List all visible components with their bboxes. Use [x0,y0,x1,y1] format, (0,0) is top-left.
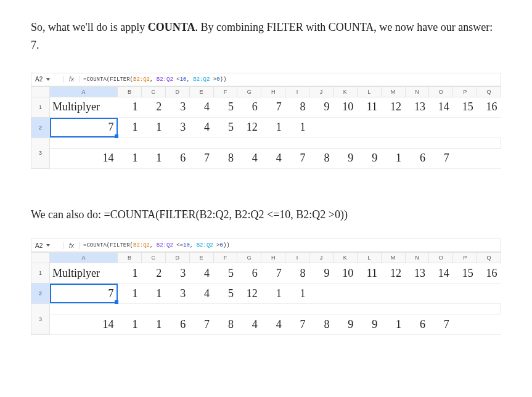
col-header-O[interactable]: O [429,253,453,263]
cell[interactable]: 7 [261,263,285,284]
cell[interactable]: 1 [118,148,142,168]
cell[interactable]: 11 [357,97,381,117]
cell[interactable]: 15 [453,97,477,117]
cell[interactable]: 6 [165,148,189,168]
cell[interactable]: 9 [357,148,381,168]
cell[interactable] [381,117,405,137]
cell[interactable]: 9 [333,314,357,335]
row-header-1[interactable]: 1 [31,263,50,284]
col-header-E[interactable]: E [189,253,213,263]
cell[interactable] [429,117,453,137]
cell[interactable]: 7 [429,148,453,168]
cell[interactable]: 5 [213,97,237,117]
name-box[interactable]: A2 [31,242,63,249]
cell[interactable]: 8 [285,97,309,117]
cell[interactable]: 1 [118,314,142,335]
col-header-J[interactable]: J [309,86,334,97]
cell[interactable]: 5 [213,263,237,284]
row-header-3[interactable]: 3 [31,304,50,335]
cell[interactable]: 9 [333,148,357,168]
cell[interactable] [429,284,453,304]
cell[interactable]: 7 [285,148,309,168]
cell[interactable]: 16 [477,263,501,284]
cell[interactable] [477,314,501,335]
col-header-K[interactable]: K [333,253,357,263]
cell[interactable]: 3 [165,263,189,284]
cell[interactable] [477,117,501,137]
cell[interactable]: 1 [118,263,142,284]
cell[interactable]: 16 [477,97,501,117]
cell[interactable] [453,117,477,137]
cell[interactable]: 10 [333,97,357,117]
row-header-2[interactable]: 2 [31,284,50,304]
cell[interactable]: 7 [261,97,285,117]
cell[interactable]: 8 [285,263,309,284]
col-header-P[interactable]: P [453,86,477,97]
cell[interactable]: 8 [213,314,237,335]
cell[interactable]: 7 [189,314,213,335]
cell-empty[interactable] [50,304,501,314]
cell[interactable] [477,284,501,304]
col-header-F[interactable]: F [213,86,237,97]
cell[interactable] [453,284,477,304]
col-header-N[interactable]: N [405,86,429,97]
cell[interactable]: 6 [237,97,261,117]
cell[interactable]: 1 [141,148,165,168]
cell[interactable]: 7 [429,314,453,335]
cell[interactable]: 1 [285,117,309,137]
cell[interactable] [333,284,357,304]
col-header-K[interactable]: K [333,86,357,97]
select-all-corner[interactable] [31,253,50,263]
cell[interactable]: 3 [165,284,189,304]
cell[interactable] [453,148,477,168]
col-header-I[interactable]: I [285,253,309,263]
col-header-B[interactable]: B [118,86,142,97]
cell[interactable]: 9 [309,263,334,284]
col-header-C[interactable]: C [141,253,165,263]
col-header-I[interactable]: I [285,86,309,97]
cell[interactable]: 6 [237,263,261,284]
cell[interactable]: 5 [213,284,237,304]
cell[interactable]: 8 [213,148,237,168]
cell[interactable]: 1 [261,117,285,137]
cell[interactable]: 4 [189,284,213,304]
cell[interactable]: 1 [118,97,142,117]
col-header-Q[interactable]: Q [477,253,501,263]
cell[interactable]: 14 [429,263,453,284]
cell[interactable]: 14 [50,148,118,168]
col-header-B[interactable]: B [118,253,142,263]
cell[interactable]: 4 [237,314,261,335]
cell[interactable] [357,284,381,304]
cell[interactable]: 1 [118,117,142,137]
cell[interactable]: 9 [309,97,334,117]
cell[interactable]: 11 [357,263,381,284]
col-header-G[interactable]: G [237,253,261,263]
cell[interactable]: 8 [309,148,334,168]
cell[interactable]: 1 [141,314,165,335]
cell[interactable] [453,314,477,335]
cell[interactable]: 1 [141,284,165,304]
cell[interactable]: 12 [381,97,405,117]
cell[interactable]: Multiplyer [50,97,118,117]
cell[interactable]: 12 [381,263,405,284]
cell[interactable]: 12 [237,284,261,304]
cell[interactable]: 1 [118,284,142,304]
cell[interactable]: 12 [237,117,261,137]
cell[interactable] [357,117,381,137]
col-header-O[interactable]: O [429,86,453,97]
cell[interactable]: 4 [189,263,213,284]
grid[interactable]: A B C D E F G H I J K L M N O P Q 1 Mult… [31,252,501,335]
cell[interactable] [381,284,405,304]
col-header-M[interactable]: M [381,253,405,263]
cell[interactable] [477,148,501,168]
col-header-D[interactable]: D [165,86,189,97]
row-header-2[interactable]: 2 [31,117,50,137]
col-header-Q[interactable]: Q [477,86,501,97]
cell-selected-A2[interactable]: 7 [50,284,118,304]
col-header-P[interactable]: P [453,253,477,263]
cell[interactable] [309,284,334,304]
cell[interactable]: 4 [261,314,285,335]
cell[interactable]: 1 [285,284,309,304]
cell-selected-A2[interactable]: 7 [50,117,118,137]
cell[interactable]: 14 [50,314,118,335]
